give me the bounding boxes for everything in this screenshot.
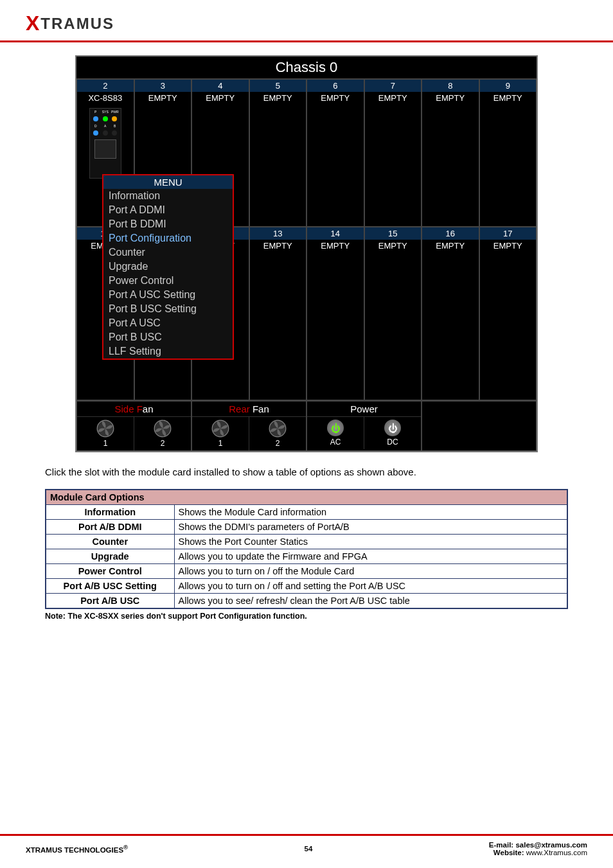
slot-label: EMPTY (378, 241, 407, 251)
power-icon: ⏻ (327, 420, 344, 436)
table-row: Port A/B DDMIShows the DDMI's parameters… (46, 520, 567, 535)
logo-text: TRAMUS (40, 15, 114, 33)
rear-fan-1-num: 1 (218, 439, 223, 448)
table-row: InformationShows the Module Card informa… (46, 505, 567, 520)
menu-item[interactable]: Information (103, 189, 233, 203)
table-key: Upgrade (46, 549, 174, 564)
table-key: Information (46, 505, 174, 520)
table-key: Port A/B USC Setting (46, 579, 174, 594)
slot-label: EMPTY (436, 93, 465, 103)
table-row: CounterShows the Port Counter Statics (46, 535, 567, 549)
slot[interactable]: 14EMPTY (306, 227, 364, 400)
slot[interactable]: 13EMPTY (249, 227, 307, 400)
table-val: Shows the Module Card information (174, 505, 567, 520)
menu-item[interactable]: Upgrade (103, 260, 233, 274)
footer-page: 54 (305, 845, 313, 853)
footer-right: E-mail: sales@xtramus.com Website: www.X… (489, 841, 587, 856)
fan-icon (96, 420, 114, 438)
slot-label: EMPTY (148, 93, 177, 103)
slot-num: 9 (480, 80, 537, 92)
logo-x: X (26, 12, 39, 35)
menu-item[interactable]: Port A DDMI (103, 203, 233, 217)
slot[interactable]: 7EMPTY (364, 79, 422, 227)
power-title: Power (307, 402, 421, 417)
side-fan-title: Side Fan (77, 402, 191, 417)
table-key: Power Control (46, 564, 174, 579)
slot-num: 4 (192, 80, 249, 92)
fan-icon (154, 420, 172, 438)
sf-prefix: Side F (114, 403, 142, 414)
slot[interactable]: 5EMPTY (249, 79, 307, 227)
menu-item[interactable]: Port B USC (103, 330, 233, 344)
table-val: Allows you to see/ refresh/ clean the Po… (174, 594, 567, 609)
slot[interactable]: 8EMPTY (422, 79, 479, 227)
slot[interactable]: 15EMPTY (364, 227, 422, 400)
chassis-box: Chassis 0 2XC-8S83PSYSPWRDAB3EMPTY4EMPTY… (75, 55, 538, 452)
rf-suffix: Fan (253, 403, 269, 414)
slot-label: EMPTY (378, 93, 407, 103)
table-val: Allows you to turn on / off and setting … (174, 579, 567, 594)
rear-fan-2-num: 2 (276, 439, 280, 448)
slot-num: 15 (365, 227, 422, 240)
slot-label: EMPTY (436, 241, 465, 251)
slot-label: EMPTY (263, 93, 292, 103)
table-key: Port A/B USC (46, 594, 174, 609)
side-fan-cell: Side Fan 1 2 (76, 401, 191, 451)
fan-icon (269, 420, 287, 438)
slot-num: 7 (365, 80, 422, 92)
menu-item[interactable]: Port Configuration (103, 231, 233, 245)
power-cell: Power ⏻ AC ⏻ DC (306, 401, 422, 451)
module-card-graphic: PSYSPWRDAB (89, 108, 121, 179)
slot[interactable]: 17EMPTY (479, 227, 537, 400)
context-menu[interactable]: MENU InformationPort A DDMIPort B DDMIPo… (102, 174, 234, 360)
slot-label: EMPTY (263, 241, 292, 251)
menu-item[interactable]: LLF Setting (103, 344, 233, 359)
slot-num: 17 (480, 227, 537, 240)
table-row: Port A/B USC SettingAllows you to turn o… (46, 579, 567, 594)
sf-suffix: an (143, 403, 154, 414)
menu-item[interactable]: Port B DDMI (103, 217, 233, 231)
slot-num: 6 (307, 80, 364, 92)
rear-fan-2: 2 (249, 417, 306, 450)
slot-label: EMPTY (493, 93, 522, 103)
rf-prefix: Rear (229, 403, 253, 414)
slot-num: 8 (422, 80, 479, 92)
bottom-row: Side Fan 1 2 Rear Fan (76, 400, 537, 451)
footer-site: www.Xtramus.com (526, 849, 587, 856)
table-row: Power ControlAllows you to turn on / off… (46, 564, 567, 579)
slot[interactable]: 9EMPTY (479, 79, 537, 227)
power-dc-lbl: DC (387, 438, 398, 447)
table-row: Port A/B USCAllows you to see/ refresh/ … (46, 594, 567, 609)
logo: X TRAMUS (26, 12, 587, 35)
table-val: Shows the Port Counter Statics (174, 535, 567, 549)
menu-title: MENU (103, 175, 233, 189)
slot-label: EMPTY (206, 93, 235, 103)
menu-item[interactable]: Port A USC (103, 316, 233, 330)
bottom-empty (422, 401, 537, 451)
power-ac-lbl: AC (330, 438, 341, 447)
side-fan-2: 2 (134, 417, 191, 450)
side-fan-2-num: 2 (161, 439, 165, 448)
slot-num: 5 (250, 80, 306, 92)
table-key: Counter (46, 535, 174, 549)
slot[interactable]: 6EMPTY (306, 79, 364, 227)
menu-items: InformationPort A DDMIPort B DDMIPort Co… (103, 189, 233, 359)
side-fan-1-num: 1 (103, 439, 108, 448)
rear-fan-cell: Rear Fan 1 2 (191, 401, 306, 451)
menu-item[interactable]: Port A USC Setting (103, 288, 233, 302)
chassis-title: Chassis 0 (76, 57, 537, 79)
table-val: Allows you to turn on / off the Module C… (174, 564, 567, 579)
menu-item[interactable]: Port B USC Setting (103, 302, 233, 316)
menu-item[interactable]: Counter (103, 245, 233, 260)
slot-label: XC-8S83 (88, 93, 122, 103)
menu-item[interactable]: Power Control (103, 274, 233, 288)
options-table: Module Card Options InformationShows the… (45, 489, 568, 609)
table-header: Module Card Options (46, 490, 567, 505)
slot[interactable]: 16EMPTY (422, 227, 479, 400)
slot-label: EMPTY (321, 241, 350, 251)
side-fan-1: 1 (77, 417, 134, 450)
slot-label: EMPTY (493, 241, 522, 251)
rear-fan-1: 1 (192, 417, 249, 450)
slots-wrap: 2XC-8S83PSYSPWRDAB3EMPTY4EMPTY5EMPTY6EMP… (76, 79, 537, 400)
fan-icon (211, 420, 229, 438)
